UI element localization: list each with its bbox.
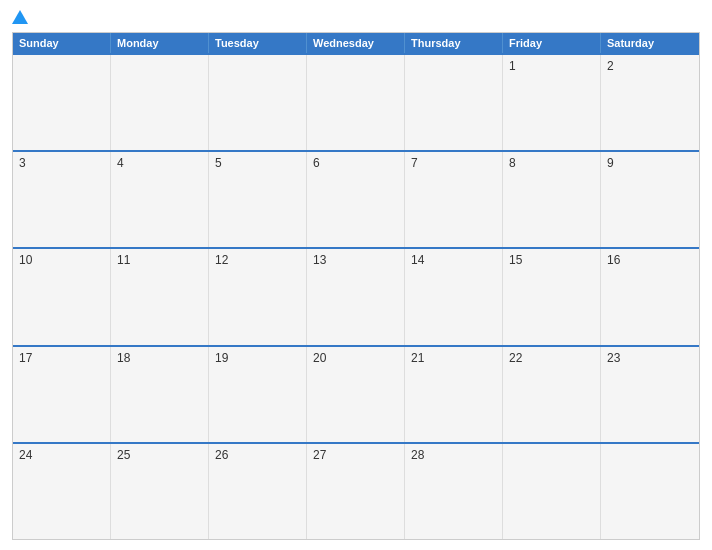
calendar-day-cell[interactable]: 3 [13,152,111,247]
weekday-header: Thursday [405,33,503,53]
day-number: 16 [607,253,620,267]
calendar-day-cell[interactable] [13,55,111,150]
day-number: 6 [313,156,320,170]
logo-triangle-icon [12,10,28,24]
calendar-day-cell[interactable]: 21 [405,347,503,442]
day-number: 8 [509,156,516,170]
calendar-week: 2425262728 [13,442,699,539]
day-number: 12 [215,253,228,267]
weekday-header: Sunday [13,33,111,53]
calendar-day-cell[interactable]: 6 [307,152,405,247]
day-number: 10 [19,253,32,267]
calendar-day-cell[interactable] [209,55,307,150]
calendar-day-cell[interactable]: 8 [503,152,601,247]
calendar-body: 1234567891011121314151617181920212223242… [13,53,699,539]
day-number: 18 [117,351,130,365]
calendar-day-cell[interactable]: 22 [503,347,601,442]
calendar-day-cell[interactable]: 24 [13,444,111,539]
logo [12,10,28,26]
calendar-day-cell[interactable]: 26 [209,444,307,539]
calendar-day-cell[interactable] [503,444,601,539]
calendar-day-cell[interactable]: 1 [503,55,601,150]
day-number: 5 [215,156,222,170]
weekday-header: Wednesday [307,33,405,53]
day-number: 4 [117,156,124,170]
day-number: 9 [607,156,614,170]
calendar-day-cell[interactable] [111,55,209,150]
day-number: 19 [215,351,228,365]
calendar-day-cell[interactable]: 18 [111,347,209,442]
calendar-day-cell[interactable]: 10 [13,249,111,344]
day-number: 2 [607,59,614,73]
day-number: 3 [19,156,26,170]
calendar-week: 17181920212223 [13,345,699,442]
calendar-day-cell[interactable]: 25 [111,444,209,539]
calendar-day-cell[interactable]: 27 [307,444,405,539]
calendar-day-cell[interactable]: 11 [111,249,209,344]
day-number: 23 [607,351,620,365]
calendar-day-cell[interactable]: 9 [601,152,699,247]
calendar-day-cell[interactable]: 20 [307,347,405,442]
day-number: 20 [313,351,326,365]
day-number: 1 [509,59,516,73]
day-number: 26 [215,448,228,462]
day-number: 14 [411,253,424,267]
calendar-day-cell[interactable]: 2 [601,55,699,150]
calendar: SundayMondayTuesdayWednesdayThursdayFrid… [12,32,700,540]
calendar-day-cell[interactable]: 13 [307,249,405,344]
day-number: 15 [509,253,522,267]
calendar-day-cell[interactable] [601,444,699,539]
calendar-day-cell[interactable]: 19 [209,347,307,442]
day-number: 17 [19,351,32,365]
calendar-day-cell[interactable]: 4 [111,152,209,247]
day-number: 7 [411,156,418,170]
weekday-header: Saturday [601,33,699,53]
day-number: 21 [411,351,424,365]
calendar-day-cell[interactable]: 15 [503,249,601,344]
header [12,10,700,26]
day-number: 27 [313,448,326,462]
calendar-day-cell[interactable]: 5 [209,152,307,247]
day-number: 13 [313,253,326,267]
calendar-day-cell[interactable] [307,55,405,150]
calendar-day-cell[interactable]: 14 [405,249,503,344]
day-number: 22 [509,351,522,365]
calendar-week: 12 [13,53,699,150]
calendar-day-cell[interactable]: 7 [405,152,503,247]
day-number: 25 [117,448,130,462]
calendar-week: 3456789 [13,150,699,247]
day-number: 28 [411,448,424,462]
calendar-week: 10111213141516 [13,247,699,344]
day-number: 24 [19,448,32,462]
calendar-day-cell[interactable]: 12 [209,249,307,344]
calendar-day-cell[interactable] [405,55,503,150]
weekday-header: Tuesday [209,33,307,53]
day-number: 11 [117,253,130,267]
calendar-header-row: SundayMondayTuesdayWednesdayThursdayFrid… [13,33,699,53]
calendar-day-cell[interactable]: 28 [405,444,503,539]
weekday-header: Friday [503,33,601,53]
calendar-day-cell[interactable]: 16 [601,249,699,344]
calendar-day-cell[interactable]: 17 [13,347,111,442]
calendar-day-cell[interactable]: 23 [601,347,699,442]
weekday-header: Monday [111,33,209,53]
page: SundayMondayTuesdayWednesdayThursdayFrid… [0,0,712,550]
